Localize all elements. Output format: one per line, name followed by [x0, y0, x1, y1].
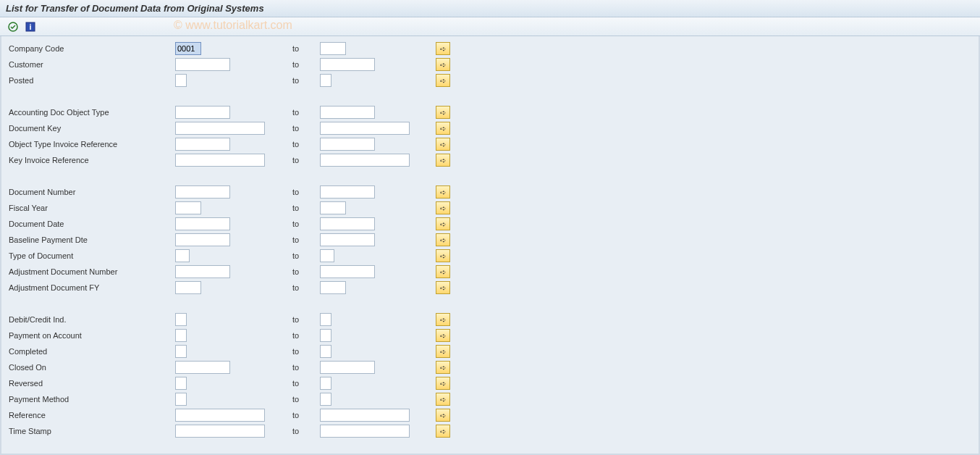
multiple-selection-button[interactable]: ➪ [436, 42, 450, 55]
to-label: to [292, 379, 320, 388]
execute-button[interactable] [6, 20, 20, 34]
form-row: Document Dateto➪ [1, 216, 979, 232]
to-input[interactable] [320, 201, 346, 214]
to-input[interactable] [320, 249, 334, 262]
from-input[interactable] [175, 154, 265, 167]
multiple-selection-button[interactable]: ➪ [436, 281, 450, 294]
info-button[interactable]: i [23, 20, 38, 34]
multiple-selection-button[interactable]: ➪ [436, 58, 450, 71]
from-input[interactable] [175, 201, 201, 214]
multiple-selection-button[interactable]: ➪ [436, 154, 450, 167]
to-cell [320, 393, 436, 406]
from-input[interactable] [175, 313, 187, 326]
from-cell [175, 377, 292, 390]
arrow-right-icon: ➪ [440, 141, 446, 149]
arrow-right-icon: ➪ [440, 252, 446, 260]
to-input[interactable] [320, 393, 331, 406]
multiple-selection-button[interactable]: ➪ [436, 425, 450, 438]
from-input[interactable] [175, 74, 187, 87]
from-input[interactable] [175, 185, 230, 199]
multiple-selection-button[interactable]: ➪ [436, 233, 450, 246]
multiple-selection-button[interactable]: ➪ [436, 122, 450, 135]
to-label: to [292, 411, 320, 419]
execute-icon [7, 21, 19, 33]
form-row: Postedto➪ [1, 72, 979, 88]
from-input[interactable] [175, 58, 230, 71]
to-label: to [292, 204, 320, 212]
to-label: to [292, 220, 320, 228]
multiple-selection-button[interactable]: ➪ [436, 201, 450, 214]
form-row: Payment on Accountto➪ [1, 327, 979, 343]
from-input[interactable] [175, 361, 230, 374]
multiple-selection-button[interactable]: ➪ [436, 106, 450, 119]
form-row: Type of Documentto➪ [1, 248, 979, 264]
to-input[interactable] [320, 122, 410, 135]
multiple-selection-button[interactable]: ➪ [436, 138, 450, 151]
from-input[interactable] [175, 425, 265, 438]
to-cell [320, 201, 436, 214]
multiple-selection-button[interactable]: ➪ [436, 249, 450, 262]
to-input[interactable] [320, 313, 331, 326]
content-area: Company Codeto➪Customerto➪Postedto➪Accou… [0, 36, 980, 455]
multiple-selection-button[interactable]: ➪ [436, 185, 450, 199]
from-input[interactable] [175, 345, 187, 358]
multiple-selection-button[interactable]: ➪ [436, 377, 450, 390]
field-label: Posted [1, 76, 175, 85]
to-input[interactable] [320, 281, 346, 294]
multiple-selection-button[interactable]: ➪ [436, 345, 450, 358]
multiple-selection-button[interactable]: ➪ [436, 265, 450, 278]
multiple-selection-button[interactable]: ➪ [436, 313, 450, 326]
from-input[interactable] [175, 122, 265, 135]
from-input[interactable] [175, 138, 230, 151]
arrow-right-icon: ➪ [440, 427, 446, 435]
to-input[interactable] [320, 42, 346, 55]
to-input[interactable] [320, 361, 375, 374]
to-input[interactable] [320, 425, 410, 438]
to-input[interactable] [320, 58, 375, 71]
from-input[interactable] [175, 393, 187, 406]
multiple-selection-button[interactable]: ➪ [436, 409, 450, 422]
to-cell [320, 42, 436, 55]
from-input[interactable] [175, 265, 230, 278]
multiple-selection-button[interactable]: ➪ [436, 217, 450, 230]
to-input[interactable] [320, 217, 375, 230]
to-input[interactable] [320, 106, 375, 119]
from-input[interactable] [175, 377, 187, 390]
arrow-right-icon: ➪ [440, 204, 446, 212]
multiple-selection-button[interactable]: ➪ [436, 361, 450, 374]
from-cell [175, 281, 292, 294]
form-row: Company Codeto➪ [1, 41, 979, 57]
to-cell [320, 74, 436, 87]
to-input[interactable] [320, 74, 331, 87]
to-input[interactable] [320, 265, 375, 278]
to-input[interactable] [320, 345, 331, 358]
to-input[interactable] [320, 233, 375, 246]
from-input[interactable] [175, 42, 201, 55]
arrow-right-icon: ➪ [440, 45, 446, 53]
to-input[interactable] [320, 138, 375, 151]
field-label: Type of Document [1, 251, 175, 260]
from-input[interactable] [175, 409, 265, 422]
from-input[interactable] [175, 233, 230, 246]
multiple-selection-button[interactable]: ➪ [436, 329, 450, 342]
to-input[interactable] [320, 154, 410, 167]
to-input[interactable] [320, 329, 331, 342]
form-row: Document Numberto➪ [1, 184, 979, 200]
from-input[interactable] [175, 329, 187, 342]
to-input[interactable] [320, 409, 410, 422]
from-input[interactable] [175, 249, 190, 262]
field-label: Company Code [1, 44, 175, 53]
from-input[interactable] [175, 217, 230, 230]
form-row: Adjustment Document Numberto➪ [1, 264, 979, 280]
to-label: to [292, 76, 320, 85]
to-input[interactable] [320, 377, 331, 390]
from-input[interactable] [175, 281, 201, 294]
field-label: Document Key [1, 124, 175, 133]
to-cell [320, 329, 436, 342]
to-label: to [292, 251, 320, 260]
to-input[interactable] [320, 185, 375, 199]
multiple-selection-button[interactable]: ➪ [436, 393, 450, 406]
from-input[interactable] [175, 106, 230, 119]
svg-text:i: i [29, 22, 31, 31]
multiple-selection-button[interactable]: ➪ [436, 74, 450, 87]
